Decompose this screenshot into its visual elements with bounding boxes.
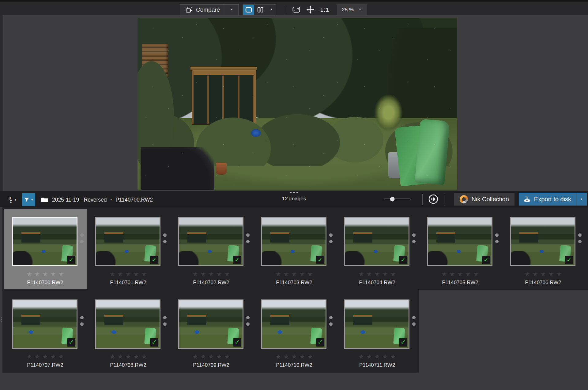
status-dots (163, 233, 167, 243)
status-dots (412, 233, 416, 243)
thumbnail-grid-area: ✓ ★★★★★ P1140700.RW2 ✓ ★★★★★ P1140701.RW… (0, 207, 588, 390)
thumbnail-cell[interactable]: ✓ ★★★★★ P1140711.RW2 (336, 292, 419, 372)
thumbnail-image[interactable]: ✓ (344, 217, 409, 266)
status-dots (495, 233, 499, 243)
blue-tub-shape (42, 250, 45, 253)
thumbnail-cell[interactable]: ✓ ★★★★★ P1140707.RW2 (4, 292, 87, 372)
thumbnail-cell[interactable]: ✓ ★★★★★ P1140705.RW2 (419, 209, 502, 289)
blue-tub-shape (277, 330, 283, 334)
thumbnail-filename: P1140705.RW2 (419, 280, 502, 286)
export-to-disk-button[interactable]: Export to disk ▼ (519, 193, 587, 206)
slider-knob[interactable] (390, 197, 395, 202)
compare-button-group: Compare ▼ (180, 4, 239, 15)
thumbnail-image[interactable]: ✓ (95, 217, 160, 266)
star-rating[interactable]: ★★★★★ (336, 353, 419, 360)
thumbnail-image[interactable]: ✓ (427, 217, 492, 266)
compare-label: Compare (196, 6, 220, 13)
processed-check-badge: ✓ (67, 256, 75, 264)
window-top-edge (0, 0, 588, 2)
status-dots (80, 233, 84, 243)
star-rating[interactable]: ★★★★★ (253, 353, 336, 360)
check-icon: ✓ (401, 339, 406, 346)
thumbnail-image[interactable]: ✓ (261, 299, 326, 349)
thumbnail-cell[interactable]: ✓ ★★★★★ P1140703.RW2 (253, 209, 336, 289)
thumbnail-cell[interactable]: ✓ ★★★★★ P1140709.RW2 (170, 292, 253, 372)
divider (444, 194, 444, 205)
status-dots (329, 316, 333, 326)
thumbnail-cell[interactable]: ✓ ★★★★★ P1140708.RW2 (87, 292, 170, 372)
rain-speckle-overlay (138, 18, 457, 190)
thumbnail-cell[interactable]: ✓ ★★★★★ P1140700.RW2 (4, 209, 87, 289)
main-image-preview[interactable] (138, 18, 457, 190)
star-rating[interactable]: ★★★★★ (4, 353, 87, 360)
thumbnail-cell[interactable]: ✓ ★★★★★ P1140702.RW2 (170, 209, 253, 289)
star-rating[interactable]: ★★★★★ (170, 353, 253, 360)
check-icon: ✓ (152, 339, 157, 346)
star-rating[interactable]: ★★★★★ (87, 270, 170, 278)
thumbnail-filename: P1140708.RW2 (87, 362, 170, 368)
single-view-button[interactable] (243, 5, 254, 15)
pan-tool-button[interactable] (306, 4, 315, 15)
thumbnail-filename: P1140709.RW2 (170, 362, 253, 368)
export-icon (523, 195, 531, 203)
thumbnail-filename: P1140707.RW2 (4, 362, 87, 368)
thumbnail-cell[interactable]: ✓ ★★★★★ P1140710.RW2 (253, 292, 336, 372)
thumbnail-cell[interactable]: ✓ ★★★★★ P1140704.RW2 (336, 209, 419, 289)
star-rating[interactable]: ★★★★★ (87, 353, 170, 360)
processed-check-badge: ✓ (316, 338, 324, 347)
thumbnail-size-slider[interactable] (384, 198, 411, 200)
thumbnail-image[interactable]: ✓ (12, 217, 77, 266)
status-dots (329, 233, 333, 243)
zoom-100-button[interactable]: 1:1 (320, 4, 329, 15)
star-rating[interactable]: ★★★★★ (419, 270, 502, 278)
check-icon: ✓ (235, 257, 240, 263)
star-rating[interactable]: ★★★★★ (502, 270, 585, 278)
processed-check-badge: ✓ (482, 256, 490, 264)
thumbnail-image[interactable]: ✓ (510, 217, 575, 266)
nik-collection-button[interactable]: Nik Collection (454, 193, 514, 206)
top-toolbar: Compare ▼ (0, 0, 588, 15)
star-rating[interactable]: ★★★★★ (4, 270, 87, 278)
thumbnail-filename: P1140710.RW2 (253, 362, 336, 368)
thumbnail-image[interactable]: ✓ (178, 217, 243, 266)
chevron-down-icon: ▼ (270, 8, 273, 11)
status-dots (412, 316, 416, 326)
zoom-level-select[interactable]: 25 % ▼ (337, 4, 367, 15)
compare-dropdown-button[interactable]: ▼ (225, 5, 238, 15)
thumbnail-cell[interactable]: ✓ ★★★★★ P1140701.RW2 (87, 209, 170, 289)
nik-collection-label: Nik Collection (472, 196, 509, 203)
filmstrip-toolbar: az ▼ ▼ 2025-11-19 - Reversed • P114070 (0, 191, 588, 207)
tarp-shape (262, 251, 282, 266)
fit-to-screen-button[interactable] (292, 4, 301, 15)
star-rating[interactable]: ★★★★★ (170, 270, 253, 278)
tarp-shape (13, 251, 33, 266)
thumbnail-image[interactable]: ✓ (344, 299, 409, 349)
star-rating[interactable]: ★★★★★ (336, 270, 419, 278)
star-rating[interactable]: ★★★★★ (253, 270, 336, 278)
thumbnail-grid: ✓ ★★★★★ P1140700.RW2 ✓ ★★★★★ P1140701.RW… (4, 209, 585, 372)
compare-button[interactable]: Compare (180, 5, 225, 15)
thumbnail-image[interactable]: ✓ (12, 299, 77, 349)
blue-tub-shape (374, 250, 377, 253)
check-icon: ✓ (401, 257, 406, 263)
thumbnail-filename: P1140706.RW2 (502, 280, 585, 286)
chevron-down-icon: ▼ (580, 198, 583, 201)
thumbnail-cell[interactable]: ✓ ★★★★★ P1140706.RW2 (502, 209, 585, 289)
blue-tub-shape (457, 250, 460, 253)
panel-drag-handle[interactable] (1, 317, 2, 322)
tarp-shape (179, 251, 199, 266)
thumbnail-image[interactable]: ✓ (261, 217, 326, 266)
thumbnail-image[interactable]: ✓ (95, 299, 160, 349)
blue-tub-shape (540, 250, 543, 253)
blue-tub-shape (194, 330, 200, 334)
export-dropdown-button[interactable]: ▼ (576, 193, 587, 206)
tarp-shape (428, 251, 448, 266)
view-mode-dropdown-button[interactable]: ▼ (266, 5, 276, 15)
move-pan-icon (306, 6, 315, 14)
tarp-shape (345, 251, 365, 266)
go-to-image-button[interactable] (428, 194, 439, 204)
left-panel-edge[interactable] (0, 15, 3, 191)
split-view-button[interactable] (254, 5, 266, 15)
thumbnail-image[interactable]: ✓ (178, 299, 243, 349)
blue-tub-shape (208, 250, 211, 253)
